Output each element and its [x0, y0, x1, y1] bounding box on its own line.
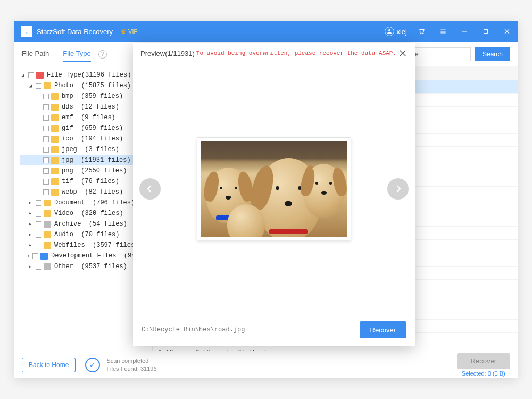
- checkbox[interactable]: [43, 94, 49, 99]
- checkbox[interactable]: [43, 126, 49, 131]
- preview-title: Preview(1/11931): [140, 49, 195, 57]
- preview-image[interactable]: [201, 141, 347, 237]
- view-tabs: File Path File Type: [22, 46, 91, 62]
- tree-item-bmp[interactable]: bmp (359 files): [20, 91, 152, 102]
- tree-item-gif[interactable]: gif (659 files): [20, 123, 152, 134]
- tree-label: File Type(31196 files): [47, 71, 131, 79]
- tree-item-video[interactable]: ▸Video (320 files): [20, 208, 152, 219]
- crown-icon: ♛: [120, 28, 127, 36]
- scan-status: Scan completed Files Found: 31196: [106, 357, 156, 372]
- checkbox[interactable]: [36, 200, 41, 206]
- twisty-icon[interactable]: ▸: [27, 221, 34, 227]
- checkbox[interactable]: [36, 243, 41, 248]
- status-line1: Scan completed: [106, 357, 156, 364]
- tree-item-dds[interactable]: dds (12 files): [20, 102, 152, 112]
- recover-button[interactable]: Recover: [457, 353, 510, 369]
- folder-icon: [44, 82, 51, 89]
- tree-item-document[interactable]: ▸Document (796 files): [20, 197, 152, 208]
- tree-label: Audio (70 files): [54, 231, 119, 238]
- checkbox[interactable]: [43, 115, 49, 121]
- tree-item-audio[interactable]: ▸Audio (70 files): [20, 229, 152, 240]
- back-to-home-button[interactable]: Back to Home: [22, 358, 76, 372]
- checkbox[interactable]: [43, 136, 49, 142]
- tree-item-ico[interactable]: ico (194 files): [20, 134, 152, 144]
- svg-point-1: [420, 33, 421, 34]
- tree-item-other[interactable]: ▸Other (9537 files): [20, 261, 152, 272]
- tab-file-type[interactable]: File Type: [63, 46, 91, 62]
- user-name: xlej: [396, 28, 407, 36]
- preview-header: Preview(1/11931) To avoid being overwrit…: [133, 43, 415, 64]
- twisty-icon[interactable]: ▸: [27, 210, 34, 217]
- checkbox[interactable]: [43, 104, 49, 110]
- selected-count: Selected: 0 (0 B): [457, 370, 510, 377]
- tree-label: Video (320 files): [54, 210, 123, 217]
- maximize-button[interactable]: [475, 21, 496, 42]
- tree-label: Other (9537 files): [54, 263, 127, 270]
- app-name: StarzSoft Data Recovery: [37, 28, 113, 36]
- tree-item-emf[interactable]: emf (9 files): [20, 112, 152, 123]
- folder-icon: [40, 253, 48, 260]
- folder-icon: [44, 200, 51, 206]
- twisty-icon[interactable]: ▸: [27, 253, 30, 259]
- checkbox[interactable]: [28, 72, 34, 78]
- checkbox[interactable]: [36, 264, 41, 270]
- tree-item-webfiles[interactable]: ▸Webfiles (3597 files): [20, 240, 152, 251]
- folder-icon: [44, 221, 51, 228]
- prev-image-button[interactable]: [139, 178, 161, 200]
- preview-image-frame: [197, 137, 351, 240]
- tree-label: png (2550 files): [62, 167, 127, 174]
- twisty-icon[interactable]: ◢: [20, 72, 26, 78]
- table-row[interactable]: 1:16C:\Recycle Bin\hes\: [153, 346, 518, 351]
- app-logo-icon: ↓: [21, 26, 32, 37]
- help-icon[interactable]: ?: [98, 50, 107, 59]
- twisty-icon[interactable]: ▸: [27, 200, 34, 206]
- checkbox[interactable]: [43, 168, 49, 174]
- checkbox[interactable]: [43, 179, 49, 185]
- minimize-button[interactable]: [454, 21, 475, 42]
- preview-recover-button[interactable]: Recover: [360, 321, 406, 338]
- user-account[interactable]: xlej: [385, 27, 407, 36]
- twisty-icon[interactable]: ▸: [27, 242, 34, 248]
- preview-dialog: Preview(1/11931) To avoid being overwrit…: [133, 43, 415, 346]
- checkbox[interactable]: [36, 83, 41, 89]
- checkbox[interactable]: [43, 147, 49, 153]
- tree-label: Photo (15875 files): [54, 82, 131, 89]
- tree-item-webp[interactable]: webp (82 files): [20, 187, 152, 197]
- tree-item-tif[interactable]: tif (76 files): [20, 176, 152, 187]
- search-button[interactable]: Search: [475, 47, 510, 61]
- tree-item-jpg[interactable]: jpg (11931 files): [20, 155, 152, 165]
- checkbox[interactable]: [32, 253, 38, 259]
- preview-close-button[interactable]: [398, 48, 408, 58]
- folder-icon: [44, 263, 51, 270]
- next-image-button[interactable]: [387, 178, 409, 200]
- tree-item-png[interactable]: png (2550 files): [20, 165, 152, 176]
- folder-icon: [51, 93, 59, 100]
- tree-label: jpeg (3 files): [62, 146, 119, 153]
- cart-icon[interactable]: [411, 21, 433, 42]
- tree-label: Webfiles (3597 files): [54, 242, 138, 249]
- checkbox[interactable]: [43, 189, 49, 195]
- twisty-icon[interactable]: ◢: [27, 82, 34, 89]
- vip-badge[interactable]: ♛ VIP: [120, 28, 138, 36]
- file-type-tree[interactable]: ◢ File Type(31196 files) ◢ Photo (15875 …: [14, 66, 153, 351]
- folder-icon: [44, 231, 51, 238]
- menu-icon[interactable]: [433, 21, 454, 42]
- tab-file-path[interactable]: File Path: [22, 46, 49, 62]
- twisty-icon[interactable]: ▸: [27, 231, 34, 238]
- tree-label: Document (796 files): [54, 199, 135, 206]
- close-button[interactable]: [496, 21, 518, 42]
- checkbox[interactable]: [36, 232, 41, 238]
- tree-root[interactable]: ◢ File Type(31196 files): [20, 70, 152, 80]
- tree-item-archive[interactable]: ▸Archive (54 files): [20, 219, 152, 229]
- tree-photo[interactable]: ◢ Photo (15875 files): [20, 80, 152, 91]
- tree-item-jpeg[interactable]: jpeg (3 files): [20, 144, 152, 155]
- footer: Back to Home ✓ Scan completed Files Foun…: [14, 351, 518, 378]
- folder-icon: [51, 114, 59, 121]
- checkbox[interactable]: [36, 211, 41, 217]
- tree-label: Archive (54 files): [54, 220, 127, 228]
- tree-item-development-files[interactable]: ▸Development Files (947 files): [20, 251, 152, 261]
- twisty-icon[interactable]: ▸: [27, 263, 34, 270]
- checkbox[interactable]: [43, 157, 49, 163]
- checkbox[interactable]: [36, 221, 41, 227]
- folder-icon: [51, 168, 59, 174]
